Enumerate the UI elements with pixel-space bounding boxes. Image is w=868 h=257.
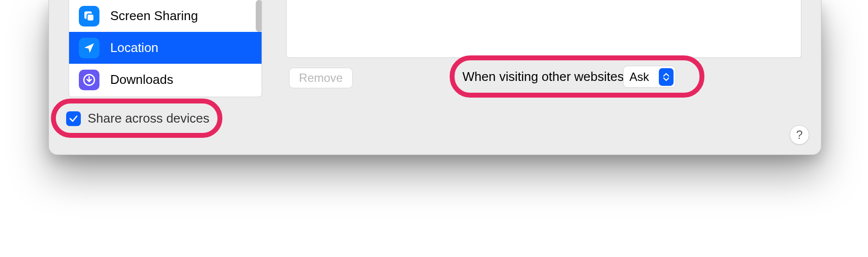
help-icon: ? [796,128,802,142]
websites-list-box [286,0,801,58]
sidebar-item-screen-sharing[interactable]: Screen Sharing [69,0,262,32]
preferences-window: Screen Sharing Location Downloads Rem [48,0,821,155]
remove-button-label: Remove [299,71,342,85]
sidebar-item-label: Location [110,40,158,55]
location-icon [79,38,99,58]
svg-rect-1 [87,14,94,21]
downloads-icon [79,70,99,90]
help-button[interactable]: ? [790,125,809,145]
share-across-devices-checkbox[interactable] [66,111,81,126]
when-visiting-label: When visiting other websites: [462,69,627,84]
websites-sidebar[interactable]: Screen Sharing Location Downloads [69,0,262,97]
sidebar-item-downloads[interactable]: Downloads [69,64,262,96]
chevron-up-down-icon [659,68,674,86]
sidebar-item-label: Screen Sharing [110,8,198,24]
share-across-devices-label: Share across devices [88,111,210,126]
remove-button: Remove [289,68,353,88]
when-visiting-value: Ask [624,70,659,84]
screen-sharing-icon [79,6,99,26]
sidebar-scrollbar[interactable] [256,0,262,32]
share-across-devices-row[interactable]: Share across devices [66,111,210,126]
when-visiting-popup[interactable]: Ask [623,66,676,88]
sidebar-item-location[interactable]: Location [69,32,262,64]
sidebar-item-label: Downloads [110,72,173,87]
